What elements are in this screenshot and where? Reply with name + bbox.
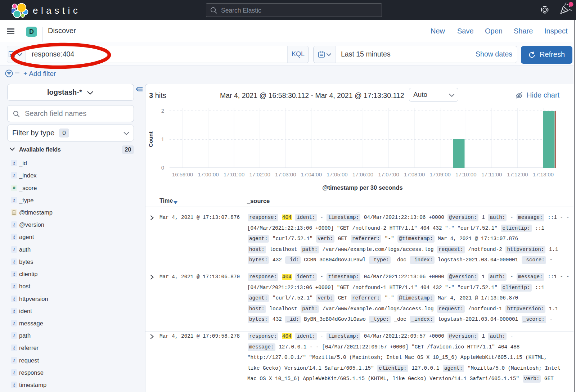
svg-text:17:09:00: 17:09:00 [430,171,451,177]
svg-text:17:07:00: 17:07:00 [378,171,399,177]
svg-text:16:59:00: 16:59:00 [172,171,193,177]
svg-text:17:08:00: 17:08:00 [404,171,425,177]
svg-text:17:10:00: 17:10:00 [455,171,476,177]
svg-text:17:04:00: 17:04:00 [301,171,322,177]
svg-text:2: 2 [161,108,164,114]
svg-text:17:02:00: 17:02:00 [249,171,270,177]
svg-text:1: 1 [161,136,164,142]
svg-text:17:11:00: 17:11:00 [481,171,502,177]
svg-text:17:01:00: 17:01:00 [224,171,244,177]
svg-text:17:12:00: 17:12:00 [507,171,528,177]
svg-text:17:05:00: 17:05:00 [327,171,347,177]
svg-text:17:06:00: 17:06:00 [352,171,373,177]
svg-text:17:03:00: 17:03:00 [275,171,296,177]
svg-text:Count: Count [148,131,154,147]
svg-text:@timestamp per 30 seconds: @timestamp per 30 seconds [322,184,402,191]
svg-text:17:13:00: 17:13:00 [533,171,554,177]
svg-text:0: 0 [161,165,164,171]
svg-text:17:00:00: 17:00:00 [198,171,219,177]
